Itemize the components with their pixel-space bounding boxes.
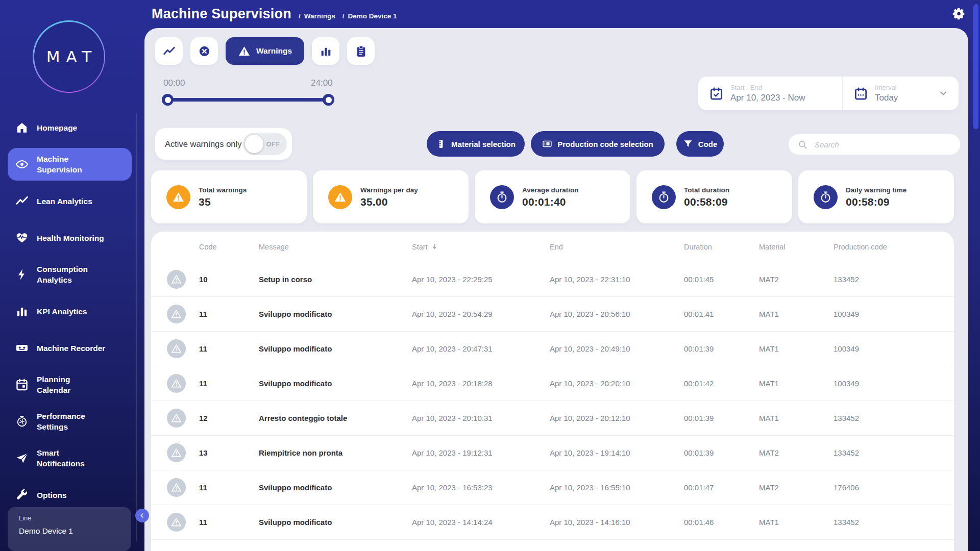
active-warnings-filter: Active warnings only OFF (155, 128, 292, 160)
sort-down-icon (431, 243, 438, 251)
table-row[interactable]: 13 Riempitrice non pronta Apr 10, 2023 -… (151, 436, 954, 470)
sidebar-collapse-button[interactable] (135, 509, 149, 522)
tab-warnings[interactable]: Warnings (226, 37, 304, 65)
tab-x-circle[interactable] (190, 37, 218, 65)
settings-gear-icon[interactable] (952, 7, 966, 20)
breadcrumb-separator: / (342, 12, 345, 20)
table-row[interactable]: 10 Setup in corso Apr 10, 2023 - 22:29:2… (151, 262, 954, 297)
sidebar-item-performance-settings[interactable]: Performance Settings (0, 403, 144, 440)
sidebar-item-homepage[interactable]: Homepage (0, 109, 144, 146)
sidebar-nav: Homepage Machine Supervision Lean Analyt… (0, 109, 144, 513)
table-row[interactable]: 11 Sviluppo modificato Apr 10, 2023 - 14… (151, 505, 954, 540)
date-range-value: Apr 10, 2023 - Now (730, 93, 805, 103)
tab-bar-chart[interactable] (312, 37, 339, 65)
code-filter-button[interactable]: Code (676, 131, 724, 157)
production-code-selection-button[interactable]: Production code selection (531, 131, 665, 157)
cell-end: Apr 10, 2023 - 16:55:10 (550, 483, 684, 492)
sidebar-scrollbar-track[interactable] (136, 113, 137, 542)
column-header-code[interactable]: Code (199, 243, 259, 251)
cell-start: Apr 10, 2023 - 19:12:31 (412, 448, 550, 457)
sidebar-item-machine-supervision[interactable]: Machine Supervision (0, 146, 144, 183)
cell-end: Apr 10, 2023 - 19:14:10 (550, 448, 684, 457)
table-row[interactable]: 11 Sviluppo modificato Apr 10, 2023 - 16… (151, 470, 954, 505)
cell-material: MAT1 (759, 518, 834, 527)
page-title: Machine Supervision (152, 6, 291, 22)
slider-handle-end[interactable] (323, 94, 334, 106)
line-chart-icon (163, 45, 176, 58)
kpi-card-total-duration: Total duration 00:58:09 (636, 170, 792, 223)
cell-start: Apr 10, 2023 - 20:10:31 (412, 414, 550, 422)
cell-code: 10 (199, 275, 259, 284)
breadcrumb-separator: / (299, 12, 301, 20)
cell-message: Sviluppo modificato (259, 518, 412, 527)
sidebar-item-machine-recorder[interactable]: Machine Recorder (0, 330, 144, 366)
calendar-check-icon (709, 87, 723, 101)
cell-code: 12 (199, 414, 259, 422)
table-row[interactable]: 11 Sviluppo modificato Apr 10, 2023 - 20… (151, 297, 954, 332)
column-header-end[interactable]: End (550, 243, 684, 251)
cell-duration: 00:01:39 (684, 414, 759, 422)
column-header-material[interactable]: Material (759, 243, 834, 251)
kpi-title: Average duration (522, 186, 579, 194)
cell-production-code: 100349 (834, 379, 942, 388)
cell-code: 11 (199, 310, 259, 318)
triangle-outline-icon (170, 273, 182, 285)
kpi-value: 00:58:09 (846, 196, 906, 208)
device-selector[interactable]: Line Demo Device 1 (8, 507, 131, 551)
sidebar-item-health-monitoring[interactable]: Health Monitoring (0, 219, 144, 256)
kpi-card-average-duration: Average duration 00:01:40 (475, 170, 630, 223)
cell-start: Apr 10, 2023 - 20:54:29 (412, 310, 550, 318)
calendar-icon (15, 378, 29, 391)
sidebar-item-label: Machine Recorder (37, 343, 105, 354)
active-warnings-label: Active warnings only (165, 139, 243, 149)
sidebar-item-smart-notifications[interactable]: Smart Notifications (0, 440, 144, 477)
interval-value: Today (875, 93, 898, 103)
cell-duration: 00:01:47 (684, 483, 759, 492)
tab-clipboard[interactable] (347, 37, 375, 65)
sidebar-item-label: Performance Settings (37, 411, 85, 432)
breadcrumb-item[interactable]: /Demo Device 1 (342, 12, 397, 20)
breadcrumb: Machine Supervision /Warnings/Demo Devic… (144, 6, 397, 22)
table-row[interactable]: 11 Sviluppo modificato Apr 10, 2023 - 20… (151, 366, 954, 401)
cell-end: Apr 10, 2023 - 14:16:10 (550, 518, 684, 527)
interval-select[interactable]: Interval Today (842, 77, 959, 110)
sidebar-item-label: Health Monitoring (37, 233, 104, 243)
x-circle-icon (198, 45, 211, 58)
active-warnings-toggle[interactable]: OFF (243, 133, 287, 155)
cell-production-code: 133452 (834, 448, 942, 457)
column-header-duration[interactable]: Duration (684, 243, 759, 251)
breadcrumb-item[interactable]: /Warnings (299, 12, 335, 20)
table-row[interactable]: 12 Arresto conteggio totale Apr 10, 2023… (151, 401, 954, 436)
sidebar-item-planning-calendar[interactable]: Planning Calendar (0, 366, 144, 403)
sidebar-item-kpi-analytics[interactable]: KPI Analytics (0, 293, 144, 330)
column-header-message[interactable]: Message (259, 243, 412, 251)
toggle-knob[interactable] (245, 135, 263, 153)
cell-material: MAT1 (759, 379, 834, 388)
column-header-start[interactable]: Start (412, 243, 550, 251)
breadcrumb-label: Demo Device 1 (348, 12, 397, 20)
cell-message: Sviluppo modificato (259, 310, 412, 318)
search-input[interactable] (814, 140, 953, 149)
material-selection-button[interactable]: Material selection (427, 131, 525, 157)
time-range-slider[interactable] (167, 98, 329, 102)
bolt-icon (15, 268, 29, 281)
cell-message: Sviluppo modificato (259, 379, 412, 388)
wrench-icon (15, 488, 29, 502)
page-scrollbar-thumb[interactable] (973, 4, 978, 129)
date-filter-card: Start - End Apr 10, 2023 - Now Interval … (698, 77, 959, 110)
triangle-outline-icon (170, 343, 182, 355)
slider-handle-start[interactable] (162, 94, 174, 106)
cell-duration: 00:01:39 (684, 344, 759, 353)
tab-line-chart[interactable] (155, 37, 183, 65)
sidebar-item-lean-analytics[interactable]: Lean Analytics (0, 183, 144, 219)
date-range-picker[interactable]: Start - End Apr 10, 2023 - Now (698, 77, 842, 110)
cell-duration: 00:01:41 (684, 310, 759, 318)
main-content: Warnings 00:00 24:00 Start - End Apr 10, (144, 28, 968, 551)
table-row[interactable]: 11 Sviluppo modificato Apr 10, 2023 - 20… (151, 332, 954, 366)
triangle-outline-icon (170, 516, 182, 528)
column-header-production-code[interactable]: Production code (834, 243, 942, 251)
kpi-card-warnings-per-day: Warnings per day 35.00 (313, 170, 469, 223)
sidebar-item-consumption-analytics[interactable]: Consumption Analytics (0, 256, 144, 293)
warnings-table: Code Message Start End Duration Material… (151, 232, 954, 551)
breadcrumb-label: Warnings (304, 12, 335, 20)
